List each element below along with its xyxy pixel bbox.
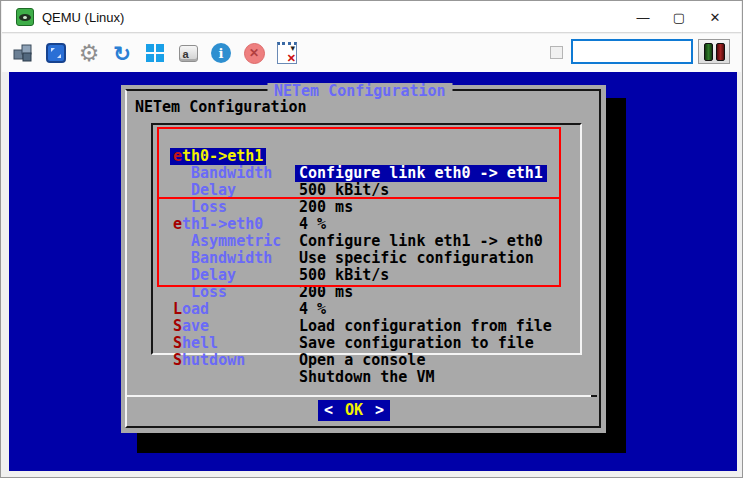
- dialog-heading: NETem Configuration: [135, 98, 307, 116]
- led-indicator-icon[interactable]: [698, 39, 730, 64]
- button-separator: [127, 395, 597, 397]
- vm-cubes-icon[interactable]: [10, 40, 36, 66]
- window-title: QEMU (Linux): [42, 10, 124, 25]
- refresh-icon[interactable]: ↻: [109, 40, 135, 66]
- toolbar: ⚙ ↻ a i ✕ ▾ ✕: [2, 34, 741, 72]
- ok-label: OK: [345, 400, 363, 421]
- annotation-box-eth0-eth1: [157, 127, 561, 199]
- ok-right-arrow: >: [375, 400, 384, 421]
- menu-item-save[interactable]: Save Save configuration to file: [153, 301, 580, 318]
- maximize-button[interactable]: ▢: [661, 1, 697, 33]
- qemu-logo-icon: [16, 8, 34, 26]
- fullscreen-icon[interactable]: [43, 40, 69, 66]
- grip-square: [550, 46, 563, 59]
- annotation-box-eth1-eth0: [157, 197, 561, 287]
- quit-icon[interactable]: ✕: [241, 40, 267, 66]
- keycap-a-icon[interactable]: a: [175, 40, 201, 66]
- settings-gear-icon[interactable]: ⚙: [76, 40, 102, 66]
- red-led: [716, 43, 725, 61]
- ok-left-arrow: <: [324, 400, 333, 421]
- qemu-window: QEMU (Linux) — ▢ ✕ ⚙: [0, 0, 743, 478]
- vm-screen: NETem Configuration NETem Configuration …: [9, 72, 737, 471]
- windows-logo-icon[interactable]: [142, 40, 168, 66]
- close-button[interactable]: ✕: [697, 1, 733, 33]
- info-icon[interactable]: i: [208, 40, 234, 66]
- title-bar: QEMU (Linux) — ▢ ✕: [2, 1, 741, 33]
- shutdown-vm-icon[interactable]: ▾ ✕: [274, 40, 300, 66]
- command-input[interactable]: [571, 39, 693, 64]
- menu-item-shell[interactable]: Shell Open a console: [153, 318, 580, 335]
- dialog-box-title: NETem Configuration: [267, 83, 453, 99]
- logo-pupil: [23, 16, 27, 19]
- menu-item-shutdown[interactable]: Shutdown Shutdown the VM: [153, 335, 580, 352]
- ok-button[interactable]: < OK >: [318, 400, 390, 421]
- green-led: [704, 43, 713, 61]
- minimize-button[interactable]: —: [625, 1, 661, 33]
- red-x-badge: ✕: [287, 53, 296, 64]
